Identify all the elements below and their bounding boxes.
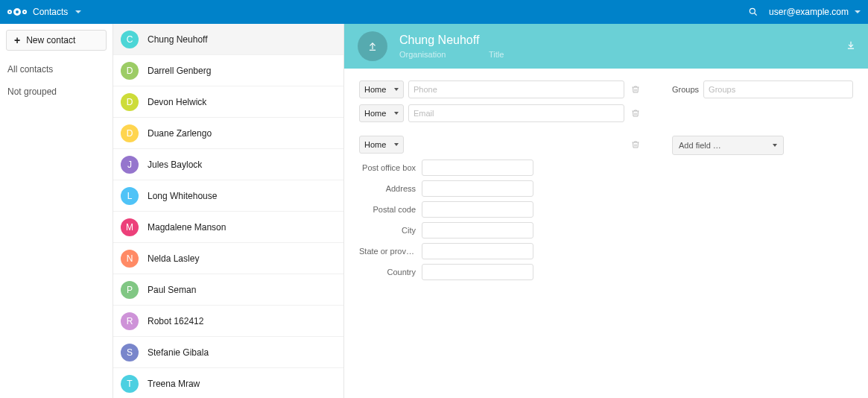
address-field-label: State or provin… bbox=[359, 247, 416, 256]
title-input[interactable] bbox=[487, 49, 554, 60]
contact-name: Devon Helwick bbox=[148, 97, 206, 107]
address-type-select[interactable]: Home bbox=[359, 136, 404, 154]
address-field-input[interactable] bbox=[422, 264, 533, 280]
search-icon[interactable] bbox=[748, 7, 758, 17]
avatar: R bbox=[121, 312, 139, 330]
sidebar-link-all-contacts[interactable]: All contacts bbox=[0, 58, 113, 80]
download-icon[interactable] bbox=[846, 40, 856, 53]
avatar: D bbox=[121, 93, 139, 111]
address-field-input[interactable] bbox=[422, 180, 533, 197]
contact-list-item[interactable]: DDarrell Genberg bbox=[113, 55, 343, 86]
address-field-row: Country bbox=[359, 264, 642, 280]
groups-input[interactable] bbox=[703, 80, 853, 98]
contact-name: Duane Zarlengo bbox=[148, 128, 212, 139]
address-field-input[interactable] bbox=[422, 201, 533, 218]
email-type-select[interactable]: Home bbox=[359, 104, 404, 122]
groups-row: Groups bbox=[672, 80, 853, 98]
organisation-input[interactable] bbox=[398, 49, 465, 60]
email-input[interactable] bbox=[408, 104, 624, 122]
phone-type-value: Home bbox=[364, 85, 386, 94]
detail-header bbox=[344, 24, 868, 69]
avatar: N bbox=[121, 250, 139, 268]
contact-list-item[interactable]: TTreena Mraw bbox=[113, 368, 343, 398]
phone-property-row: Home bbox=[359, 80, 642, 98]
contact-name: Robot 162412 bbox=[148, 316, 203, 326]
avatar: S bbox=[121, 344, 139, 361]
topbar-right: user@example.com bbox=[748, 7, 861, 17]
contact-list-item[interactable]: MMagdalene Manson bbox=[113, 212, 343, 243]
avatar: T bbox=[121, 375, 139, 393]
contact-name: Nelda Lasley bbox=[148, 253, 199, 264]
email-property-row: Home bbox=[359, 104, 642, 122]
topbar-left: Contacts bbox=[7, 7, 81, 17]
detail-body: Home Home bbox=[344, 69, 868, 398]
address-field-row: State or provin… bbox=[359, 243, 642, 259]
detail-left-column: Home Home bbox=[359, 80, 642, 386]
contact-list-item[interactable]: SStefanie Gibala bbox=[113, 337, 343, 368]
contact-list: CChung NeuhoffDDarrell GenbergDDevon Hel… bbox=[113, 24, 344, 398]
address-field-label: Address bbox=[359, 184, 416, 193]
user-label: user@example.com bbox=[769, 7, 849, 17]
avatar: D bbox=[121, 62, 139, 80]
new-contact-label: New contact bbox=[26, 35, 75, 45]
app-menu-caret-icon[interactable] bbox=[75, 10, 81, 13]
add-field-select[interactable]: Add field … bbox=[672, 136, 784, 155]
address-field-label: Post office box bbox=[359, 163, 416, 172]
contact-list-item[interactable]: PPaul Seman bbox=[113, 274, 343, 306]
address-field-label: Country bbox=[359, 268, 416, 277]
address-type-value: Home bbox=[364, 140, 386, 149]
contact-detail: Home Home bbox=[344, 24, 868, 398]
contact-list-item[interactable]: DDevon Helwick bbox=[113, 86, 343, 118]
contact-list-item[interactable]: NNelda Lasley bbox=[113, 243, 343, 274]
svg-line-1 bbox=[755, 13, 757, 16]
contact-list-item[interactable]: CChung Neuhoff bbox=[113, 24, 343, 55]
contact-name: Magdalene Manson bbox=[148, 222, 226, 233]
contact-list-item[interactable]: JJules Baylock bbox=[113, 149, 343, 180]
contact-list-item[interactable]: DDuane Zarlengo bbox=[113, 118, 343, 149]
detail-right-column: Groups Add field … bbox=[672, 80, 853, 386]
contact-name: Darrell Genberg bbox=[148, 66, 211, 76]
address-field-row: City bbox=[359, 222, 642, 239]
address-field-input[interactable] bbox=[422, 243, 533, 259]
address-field-row: Address bbox=[359, 180, 642, 197]
chevron-down-icon bbox=[394, 88, 399, 91]
avatar: L bbox=[121, 187, 139, 205]
avatar: P bbox=[121, 281, 139, 299]
contact-name: Long Whitehouse bbox=[148, 191, 217, 201]
svg-point-0 bbox=[750, 8, 755, 13]
sidebar-link-not-grouped[interactable]: Not grouped bbox=[0, 80, 113, 103]
address-field-label: City bbox=[359, 226, 416, 235]
add-field-label: Add field … bbox=[679, 141, 721, 150]
avatar: C bbox=[121, 31, 139, 48]
contact-name: Treena Mraw bbox=[148, 379, 200, 389]
phone-type-select[interactable]: Home bbox=[359, 80, 404, 98]
contact-name: Jules Baylock bbox=[148, 159, 202, 170]
address-field-label: Postal code bbox=[359, 205, 416, 214]
user-menu-caret-icon bbox=[855, 10, 861, 13]
contact-name-input[interactable] bbox=[398, 33, 592, 48]
contact-name: Stefanie Gibala bbox=[148, 347, 209, 358]
sidebar: + New contact All contacts Not grouped bbox=[0, 24, 113, 398]
address-field-input[interactable] bbox=[422, 222, 533, 239]
new-contact-button[interactable]: + New contact bbox=[6, 30, 107, 51]
address-field-input[interactable] bbox=[422, 159, 533, 176]
delete-address-icon[interactable] bbox=[629, 140, 642, 149]
avatar: J bbox=[121, 156, 139, 174]
add-field-row: Add field … bbox=[672, 136, 853, 155]
chevron-down-icon bbox=[394, 112, 399, 115]
app-name[interactable]: Contacts bbox=[33, 7, 68, 17]
address-field-row: Postal code bbox=[359, 201, 642, 218]
contact-list-item[interactable]: RRobot 162412 bbox=[113, 306, 343, 337]
phone-input[interactable] bbox=[408, 80, 624, 98]
avatar-upload-button[interactable] bbox=[358, 31, 387, 61]
plus-icon: + bbox=[14, 35, 20, 45]
contact-list-item[interactable]: LLong Whitehouse bbox=[113, 180, 343, 212]
contact-name: Paul Seman bbox=[148, 285, 196, 295]
address-field-row: Post office box bbox=[359, 159, 642, 176]
user-menu[interactable]: user@example.com bbox=[769, 7, 861, 17]
nextcloud-logo-icon[interactable] bbox=[7, 8, 27, 16]
delete-phone-icon[interactable] bbox=[629, 85, 642, 94]
avatar: D bbox=[121, 124, 139, 142]
detail-header-texts bbox=[398, 33, 592, 60]
delete-email-icon[interactable] bbox=[629, 109, 642, 118]
